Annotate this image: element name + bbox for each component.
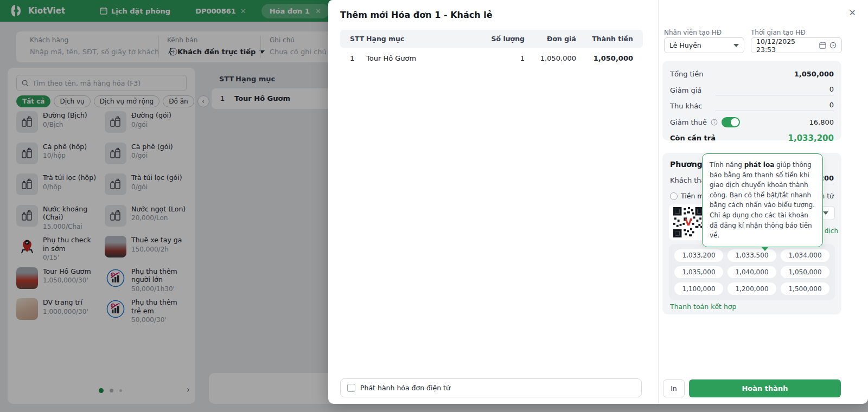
other-fee-label: Thu khác <box>670 102 702 110</box>
time-label: Thời gian tạo HĐ <box>751 29 806 36</box>
info-icon[interactable] <box>711 119 718 126</box>
amount-chip[interactable]: 1,033,200 <box>674 249 723 262</box>
staff-select[interactable]: Lê Huyền <box>664 37 744 53</box>
calendar-icon[interactable] <box>819 42 826 49</box>
other-fee-input[interactable]: 0 <box>716 101 834 111</box>
total-label: Tổng tiền <box>670 70 703 78</box>
amount-chip[interactable]: 1,500,000 <box>781 282 829 295</box>
new-invoice-modal: Thêm mới Hóa đơn 1 - Khách lẻ ✕ STT Hạng… <box>328 0 868 404</box>
discount-label: Giảm giá <box>670 86 701 94</box>
print-button[interactable]: In <box>663 379 685 397</box>
chevron-down-icon <box>733 44 739 47</box>
discount-input[interactable]: 0 <box>716 85 834 95</box>
amount-chip[interactable]: 1,034,000 <box>781 249 829 262</box>
tax-value: 16,800 <box>809 118 834 126</box>
payment-sidebar: Nhân viên tạo HĐ Lê Huyền Thời gian tạo … <box>658 0 868 404</box>
speaker-feature-tooltip: Tính năng phát loa giúp thông báo bằng â… <box>702 153 823 247</box>
staff-label: Nhân viên tạo HĐ <box>664 29 722 36</box>
invoice-table-row[interactable]: 1 Tour Hồ Gươm 1 1,050,000 1,050,000 <box>340 49 643 67</box>
due-label: Còn cần trả <box>670 134 716 142</box>
einvoice-checkbox-row[interactable]: Phát hành hóa đơn điện tử <box>340 378 642 397</box>
tooltip-arrow <box>761 247 769 251</box>
checkbox-icon[interactable] <box>347 384 355 392</box>
due-value: 1,033,200 <box>788 133 834 143</box>
radio-icon <box>670 192 678 200</box>
totals-summary: Tổng tiền1,050,000 Giảm giá0 Thu khác0 G… <box>662 61 841 140</box>
combined-payment-link[interactable]: Thanh toán kết hợp <box>670 302 736 311</box>
amount-chip[interactable]: 1,100,000 <box>674 282 723 295</box>
tax-toggle-on[interactable] <box>722 117 740 127</box>
amount-chip[interactable]: 1,040,000 <box>727 266 776 279</box>
tax-reduction-label: Giảm thuế <box>670 118 707 126</box>
svg-text:V: V <box>685 217 692 228</box>
invoice-table-header: STT Hạng mục Số lượng Đơn giá Thành tiền <box>340 30 643 48</box>
amount-chip[interactable]: 1,035,000 <box>674 266 723 279</box>
amount-chip[interactable]: 1,033,500 <box>727 249 776 262</box>
amount-chip[interactable]: 1,050,000 <box>781 266 829 279</box>
total-value: 1,050,000 <box>794 70 834 78</box>
chevron-down-icon <box>823 211 828 215</box>
complete-button[interactable]: Hoàn thành <box>689 379 841 397</box>
modal-title: Thêm mới Hóa đơn 1 - Khách lẻ <box>340 10 493 20</box>
amount-chip[interactable]: 1,200,000 <box>727 282 776 295</box>
einvoice-label: Phát hành hóa đơn điện tử <box>360 384 450 392</box>
quick-amounts: 1,033,200 1,033,500 1,034,000 1,035,000 … <box>669 244 835 300</box>
clock-icon[interactable] <box>829 42 837 49</box>
time-field[interactable]: 10/12/2025 23:53 <box>751 37 842 53</box>
